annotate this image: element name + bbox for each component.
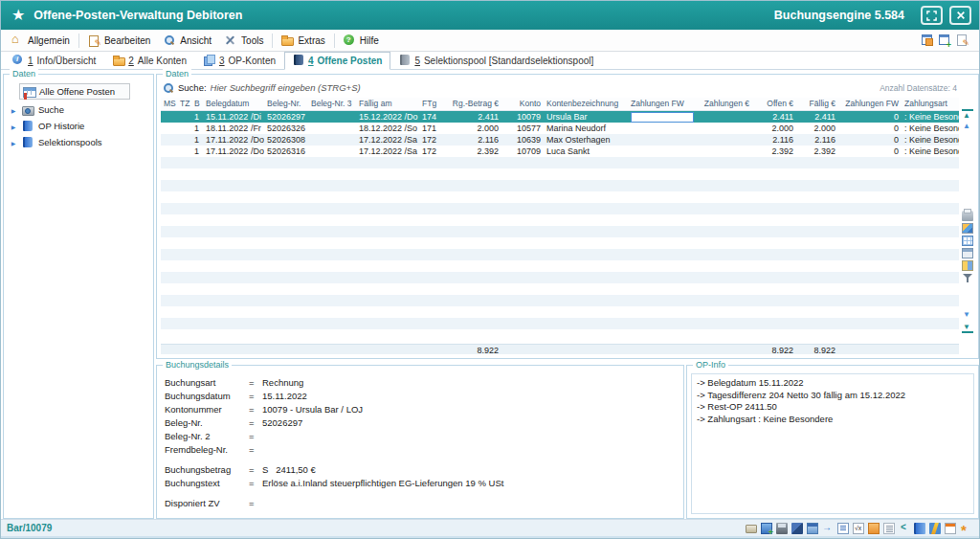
menu-item-label: Allgemein — [28, 35, 70, 46]
column-header-zahlungsart[interactable]: Zahlungsart — [902, 98, 959, 110]
grid-orange-icon[interactable] — [868, 523, 880, 534]
menu-item-hilfe[interactable]: Hilfe — [337, 33, 386, 48]
cell-rg_betrag: 2.000 — [448, 123, 501, 134]
empty-cell — [161, 272, 959, 283]
statusbar-context-label: Bar/10079 — [7, 523, 52, 533]
sidebar-group-label: Daten — [10, 69, 38, 79]
forward-icon[interactable] — [822, 523, 834, 534]
cell-faellig: 2.411 — [796, 110, 838, 123]
table-small-icon[interactable] — [962, 248, 973, 258]
zahlungen-fw-input[interactable] — [631, 112, 694, 123]
collapse-bottom-icon[interactable] — [962, 323, 973, 333]
tab-number: 2 — [128, 56, 134, 66]
empty-row — [161, 203, 959, 214]
empty-cell — [161, 203, 959, 214]
empty-row — [161, 237, 959, 249]
calendar-icon[interactable] — [945, 523, 956, 534]
tab-alle-konten[interactable]: 2Alle Konten — [104, 52, 195, 70]
folder-icon[interactable] — [746, 525, 757, 533]
maximize-button[interactable] — [921, 6, 943, 25]
tab-label: Alle Konten — [138, 56, 187, 66]
column-header-zahlungen-fw[interactable]: Zahlungen FW — [838, 98, 902, 110]
table-row[interactable]: 115.11.2022 /Di5202629715.12.2022 /Do174… — [161, 110, 959, 123]
table-row[interactable]: 118.11.2022 /Fr5202632618.12.2022 /So171… — [161, 123, 959, 134]
menu-item-bearbeiten[interactable]: Bearbeiten — [81, 33, 157, 48]
print-icon[interactable] — [962, 211, 973, 221]
empty-cell — [161, 260, 959, 272]
column-header-tz[interactable]: TZ — [177, 98, 191, 110]
expander-icon[interactable] — [10, 137, 17, 147]
scroll-down-icon[interactable] — [962, 310, 973, 321]
save-icon[interactable] — [776, 523, 788, 534]
sidebar-item-suche[interactable]: Suche — [4, 101, 153, 118]
tab-op-konten[interactable]: 3OP-Konten — [195, 52, 284, 70]
doc-blue-icon[interactable] — [837, 523, 849, 534]
empty-row — [161, 318, 959, 329]
cell-zahlungen_fw2: 0 — [838, 134, 902, 146]
menu-item-extras[interactable]: Extras — [275, 33, 331, 48]
doc-add-icon[interactable] — [761, 523, 772, 534]
column-header-b[interactable]: B — [191, 98, 203, 110]
cell-zahlungen_eur — [699, 123, 752, 134]
close-button[interactable] — [949, 6, 971, 25]
cell-zahlungen_fw — [628, 123, 699, 134]
tab-info-bersicht[interactable]: 1Info/Übersicht — [4, 52, 104, 70]
cell-faellig_am: 18.12.2022 /So — [356, 123, 419, 134]
book-icon[interactable] — [914, 523, 925, 534]
main-panel: Daten Suche: Anzahl Datensätze: 4 MSTZBB… — [156, 74, 979, 359]
column-header-konto[interactable]: Konto — [501, 98, 544, 110]
column-header-ms[interactable]: MS — [161, 98, 177, 110]
win-new-icon[interactable] — [939, 34, 950, 46]
scroll-top-group — [962, 107, 973, 134]
expander-icon[interactable] — [10, 104, 17, 115]
flash-icon[interactable] — [929, 523, 941, 534]
note-edit-icon[interactable] — [956, 34, 968, 46]
puzzle-icon[interactable] — [791, 523, 803, 534]
column-header-rg-betrag[interactable]: Rg.-Betrag € — [448, 98, 501, 110]
expander-icon[interactable] — [10, 121, 17, 131]
column-header-belegdatum[interactable]: Belegdatum — [203, 98, 264, 110]
panel-icon[interactable] — [807, 523, 818, 534]
scroll-up-icon[interactable] — [962, 122, 973, 132]
column-header-offen[interactable]: Offen € — [752, 98, 796, 110]
win-cascade-icon[interactable] — [922, 34, 933, 46]
column-header-ftg[interactable]: FTg — [419, 98, 448, 110]
column-header-zahlungen-fw[interactable]: Zahlungen FW — [628, 98, 699, 110]
sidebar-item-op-historie[interactable]: OP Historie — [4, 118, 153, 134]
column-header-f-llig[interactable]: Fällig € — [796, 98, 838, 110]
panel-yellow-icon[interactable] — [962, 260, 973, 271]
sidebar-items: Alle Offene PostenSucheOP HistorieSelekt… — [4, 75, 153, 150]
filter-icon[interactable] — [962, 273, 973, 283]
menu-item-tools[interactable]: Tools — [218, 33, 270, 48]
tab-selektionspool-standardselektionspool[interactable]: 5Selektionspool [Standardselektionspool] — [390, 52, 602, 70]
tab-offene-posten[interactable]: 4Offene Posten — [284, 52, 390, 70]
grid-blue-icon[interactable] — [962, 236, 973, 246]
formula-icon[interactable] — [853, 523, 864, 534]
sidebar-item-alle-offene-posten[interactable]: Alle Offene Posten — [19, 83, 130, 100]
sidebar-item-label: Alle Offene Posten — [39, 86, 115, 97]
menu-item-ansicht[interactable]: Ansicht — [157, 33, 218, 48]
column-header-zahlungen[interactable]: Zahlungen € — [699, 98, 752, 110]
total-offen: 8.922 — [752, 345, 796, 354]
total-zahlungsart — [902, 345, 959, 354]
table-row[interactable]: 117.11.2022 /Do5202630817.12.2022 /Sa172… — [161, 134, 959, 146]
search-input[interactable] — [211, 82, 877, 93]
column-header-beleg-nr[interactable]: Beleg-Nr. — [264, 98, 308, 110]
column-header-beleg-nr-3[interactable]: Beleg-Nr. 3 — [308, 98, 356, 110]
edit-icon — [88, 34, 100, 46]
menu-item-allgemein[interactable]: Allgemein — [5, 33, 77, 48]
list-icon[interactable] — [883, 523, 895, 534]
share-icon[interactable] — [899, 523, 910, 534]
cell-tz — [177, 134, 191, 146]
field-label: Kontonummer — [165, 404, 249, 415]
table-row[interactable]: 117.11.2022 /Do5202631617.12.2022 /Sa172… — [161, 146, 959, 157]
image-icon[interactable] — [962, 223, 973, 234]
gear-orange-icon[interactable] — [960, 523, 971, 534]
column-header-kontenbezeichnung[interactable]: Kontenbezeichnung — [544, 98, 628, 110]
total-konto — [501, 345, 544, 354]
folder-icon — [281, 34, 293, 46]
collapse-top-icon[interactable] — [962, 109, 973, 120]
sidebar-item-selektionspools[interactable]: Selektionspools — [4, 134, 153, 150]
empty-cell — [161, 168, 959, 180]
column-header-f-llig-am[interactable]: Fällig am — [356, 98, 419, 110]
